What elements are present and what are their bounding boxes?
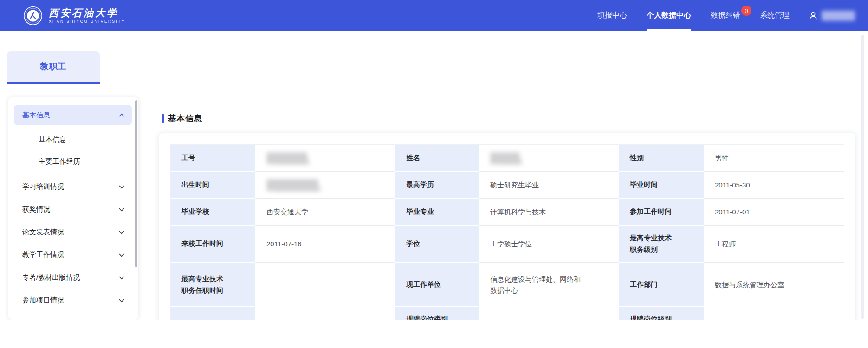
table-row: 最高专业技术 职务任职时间现工作单位信息化建设与管理处、网络和 数据中心工作部门… [170,263,844,307]
nav-item-personal-data-center[interactable]: 个人数据中心 [647,0,691,31]
sidebar-group-awards[interactable]: 获奖情况 [8,198,138,221]
field-label: 最高专业技术 职务级别 [619,226,704,263]
redacted-value [266,179,318,191]
chevron-down-icon [119,185,124,189]
field-label: 参加工作时间 [619,199,704,226]
nav-item-label: 填报中心 [597,11,627,20]
table-row: 现聘岗位类别现聘岗位级别 [170,307,844,320]
tab-bar: 教职工 [7,51,862,84]
nav-item-system-management[interactable]: 系统管理 [760,0,790,31]
field-label: 最高专业技术 职务任职时间 [170,263,255,307]
sidebar-group-label: 参加项目情况 [22,296,64,305]
field-value: 计算机科学与技术 [479,199,619,226]
sidebar-group-label: 学习培训情况 [22,182,64,191]
person-icon [808,11,818,21]
app-viewport: 西安石油大学 XI'AN SHIYOU UNIVERSITY 填报中心个人数据中… [0,0,868,320]
field-label: 出生时间 [170,172,255,199]
nav-item-label: 个人数据中心 [647,11,691,20]
chevron-down-icon [119,276,124,280]
sidebar-group-label: 基本信息 [22,111,50,120]
section-title: 基本信息 [162,113,855,124]
field-label: 学位 [395,226,479,263]
field-value [255,172,395,199]
field-value: 2011-05-30 [704,172,844,199]
sidebar-group-label: 专著/教材出版情况 [22,273,80,282]
field-value: 工程师 [704,226,844,263]
page-scrollbar[interactable] [861,35,864,319]
field-label: 来校工作时间 [170,226,255,263]
sidebar-item-label: 基本信息 [39,135,66,144]
field-label: 现工作单位 [395,263,479,307]
info-table-body: 工号姓名性别男性出生时间最高学历硕士研究生毕业毕业时间2011-05-30毕业学… [170,145,844,320]
section-title-bar [162,114,164,123]
university-name-en: XI'AN SHIYOU UNIVERSITY [49,19,125,24]
table-row: 出生时间最高学历硕士研究生毕业毕业时间2011-05-30 [170,172,844,199]
sidebar-item-basic-info[interactable]: 基本信息 [8,129,138,151]
chevron-down-icon [119,299,124,303]
top-nav: 填报中心个人数据中心数据纠错0系统管理 [578,0,855,31]
field-label [170,307,255,320]
sidebar-item-label: 主要工作经历 [39,157,80,166]
field-label: 最高学历 [395,172,479,199]
table-row: 工号姓名性别男性 [170,145,844,172]
sidebar-group-teaching[interactable]: 教学工作情况 [8,244,138,266]
main-panel: 基本信息 工号姓名性别男性出生时间最高学历硕士研究生毕业毕业时间2011-05-… [138,84,868,320]
field-value: 工学硕士学位 [479,226,619,263]
sidebar-group-projects[interactable]: 参加项目情况 [8,289,138,312]
field-value [255,307,395,320]
chevron-up-icon [119,113,124,117]
redacted-value [266,152,307,164]
field-label: 姓名 [395,145,479,172]
tab-staff[interactable]: 教职工 [7,51,100,84]
field-value: 2011-07-01 [704,199,844,226]
sidebar-scrollbar-thumb[interactable] [135,100,137,267]
university-name-cn: 西安石油大学 [49,7,125,18]
field-value: 西安交通大学 [255,199,395,226]
sidebar-group-study-training[interactable]: 学习培训情况 [8,175,138,198]
chevron-down-icon [119,231,124,234]
nav-item-fill-center[interactable]: 填报中心 [597,0,627,31]
user-menu[interactable] [808,11,855,21]
field-value: 2011-07-16 [255,226,395,263]
field-value: 数据与系统管理办公室 [704,263,844,307]
top-navbar: 西安石油大学 XI'AN SHIYOU UNIVERSITY 填报中心个人数据中… [0,0,868,31]
sidebar: 基本信息基本信息主要工作经历学习培训情况获奖情况论文发表情况教学工作情况专著/教… [8,97,138,320]
brand: 西安石油大学 XI'AN SHIYOU UNIVERSITY [23,6,125,26]
tab-label: 教职工 [40,61,67,72]
field-value: 男性 [704,145,844,172]
field-label: 工号 [170,145,255,172]
user-name-redacted [822,11,855,21]
nav-item-label: 数据纠错 [711,11,740,20]
field-value [479,307,619,320]
field-value [255,263,395,307]
sidebar-group-label: 教学工作情况 [22,251,64,259]
sidebar-group-basic-info[interactable]: 基本信息 [14,105,132,125]
sidebar-group-books-publishing[interactable]: 专著/教材出版情况 [8,266,138,289]
field-value [704,307,844,320]
field-label: 工作部门 [619,263,704,307]
field-label: 毕业时间 [619,172,704,199]
content-layout: 基本信息基本信息主要工作经历学习培训情况获奖情况论文发表情况教学工作情况专著/教… [0,84,868,320]
university-seal-icon [23,6,43,26]
section-title-text: 基本信息 [168,113,202,124]
nav-item-label: 系统管理 [760,11,790,20]
field-value [255,145,395,172]
info-table: 工号姓名性别男性出生时间最高学历硕士研究生毕业毕业时间2011-05-30毕业学… [170,144,844,320]
field-value: 信息化建设与管理处、网络和 数据中心 [479,263,619,307]
redacted-value [490,152,520,164]
table-row: 毕业学校西安交通大学毕业专业计算机科学与技术参加工作时间2011-07-01 [170,199,844,226]
field-value [479,145,619,172]
field-label: 性别 [619,145,704,172]
chevron-down-icon [119,253,124,257]
sidebar-menu: 基本信息基本信息主要工作经历学习培训情况获奖情况论文发表情况教学工作情况专著/教… [8,105,138,312]
university-name: 西安石油大学 XI'AN SHIYOU UNIVERSITY [49,7,125,24]
sidebar-group-label: 论文发表情况 [22,228,64,237]
sidebar-group-papers[interactable]: 论文发表情况 [8,221,138,244]
info-card: 工号姓名性别男性出生时间最高学历硕士研究生毕业毕业时间2011-05-30毕业学… [159,133,855,320]
field-label: 毕业学校 [170,199,255,226]
field-label: 现聘岗位级别 [619,307,704,320]
field-label: 现聘岗位类别 [395,307,479,320]
nav-item-data-correction[interactable]: 数据纠错0 [711,0,740,31]
sidebar-item-work-experience[interactable]: 主要工作经历 [8,151,138,173]
field-value: 硕士研究生毕业 [479,172,619,199]
